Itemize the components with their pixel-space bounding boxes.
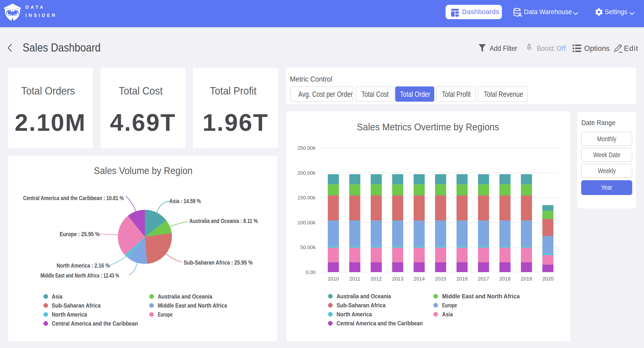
svg-text:2018: 2018 [500, 276, 511, 282]
svg-text:2015: 2015 [435, 276, 446, 282]
svg-text:Europe : 25.95 %: Europe : 25.95 % [60, 231, 100, 238]
svg-text:Europe: Europe [442, 302, 457, 308]
svg-text:North America: North America [336, 311, 372, 317]
svg-text:Sales Metrics Overtime by Regi: Sales Metrics Overtime by Regions [357, 122, 499, 132]
svg-text:2020: 2020 [542, 276, 554, 282]
svg-text:0.00: 0.00 [306, 269, 316, 275]
svg-text:North America : 2.16 %: North America : 2.16 % [56, 262, 110, 269]
svg-text:2019: 2019 [521, 276, 532, 282]
svg-text:Europe: Europe [158, 311, 172, 318]
svg-text:100.00k: 100.00k [298, 220, 316, 225]
svg-text:2013: 2013 [392, 276, 403, 282]
svg-text:200.00k: 200.00k [298, 170, 316, 176]
svg-text:Australia and Oceania: Australia and Oceania [336, 293, 391, 299]
svg-text:150.00k: 150.00k [298, 195, 316, 201]
svg-text:2012: 2012 [370, 276, 382, 282]
svg-text:Australia and Oceania : 8.11 %: Australia and Oceania : 8.11 % [190, 217, 258, 224]
svg-text:Central America and the Caribb: Central America and the Caribbean [52, 320, 138, 327]
svg-text:Sub-Saharan Africa : 25.95 %: Sub-Saharan Africa : 25.95 % [184, 259, 253, 266]
svg-text:North America: North America [52, 311, 87, 318]
svg-text:50.00k: 50.00k [300, 244, 316, 250]
svg-text:2010: 2010 [328, 276, 339, 282]
svg-text:2016: 2016 [456, 276, 468, 282]
svg-text:Middle East and North Africa: Middle East and North Africa [158, 302, 227, 309]
svg-text:Sales Volume by Region: Sales Volume by Region [94, 165, 193, 176]
svg-text:2011: 2011 [349, 276, 360, 282]
svg-text:Sub-Saharan Africa: Sub-Saharan Africa [336, 302, 386, 308]
svg-text:Central America and the Caribb: Central America and the Caribbean [336, 320, 423, 326]
svg-text:Asia: Asia [442, 311, 453, 317]
svg-text:Sub-Saharan Africa: Sub-Saharan Africa [52, 302, 101, 309]
svg-text:Asia: Asia [52, 293, 62, 300]
svg-text:250.00k: 250.00k [298, 145, 316, 151]
svg-text:Australia and Oceania: Australia and Oceania [158, 293, 212, 300]
svg-text:Middle East and North Africa: Middle East and North Africa [442, 293, 520, 299]
svg-text:Middle East and North Africa :: Middle East and North Africa : 12.43 % [40, 272, 119, 279]
svg-text:2014: 2014 [414, 276, 425, 282]
svg-text:Asia : 14.59 %: Asia : 14.59 % [169, 198, 201, 204]
svg-text:2017: 2017 [478, 276, 489, 282]
svg-text:Central America and the Caribb: Central America and the Caribbean : 10.8… [23, 195, 124, 201]
